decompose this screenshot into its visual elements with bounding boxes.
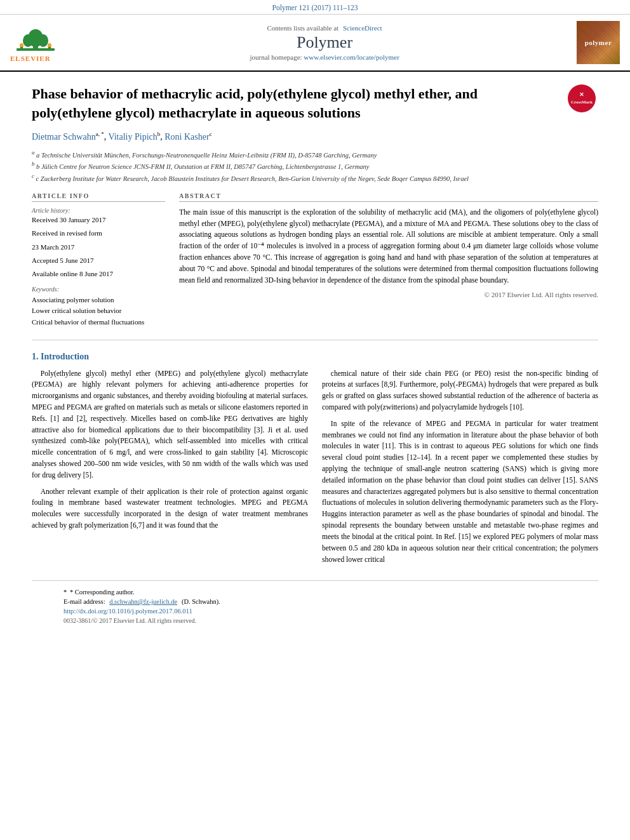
- doi-text: Polymer 121 (2017) 111–123: [272, 4, 358, 11]
- footnote-star-icon: *: [64, 589, 67, 596]
- available-date: Available online 8 June 2017: [32, 269, 165, 279]
- journal-header: ELSEVIER Contents lists available at Sci…: [0, 15, 630, 72]
- footer-doi[interactable]: http://dx.doi.org/10.1016/j.polymer.2017…: [64, 608, 566, 615]
- contents-label: Contents lists available at: [267, 24, 338, 32]
- footer-corresponding-note: * * Corresponding author.: [64, 589, 566, 596]
- footer-email-line: E-mail address: d.schwahn@fz-juelich.de …: [64, 598, 566, 605]
- revised-date: 23 March 2017: [32, 243, 165, 252]
- journal-center: Contents lists available at ScienceDirec…: [80, 24, 569, 61]
- page-footer: * * Corresponding author. E-mail address…: [32, 580, 598, 630]
- introduction-section: 1. Introduction Poly(ethylene glycol) me…: [32, 352, 598, 571]
- sciencedirect-link[interactable]: ScienceDirect: [343, 24, 382, 32]
- accepted-date: Accepted 5 June 2017: [32, 256, 165, 265]
- intro-right-col: chemical nature of their side chain PEG …: [322, 368, 598, 571]
- author-1-sup: a, *: [96, 131, 104, 137]
- crossmark-icon: ✕CrossMark: [571, 91, 593, 105]
- svg-point-3: [38, 34, 48, 47]
- contents-line: Contents lists available at ScienceDirec…: [80, 24, 569, 32]
- svg-point-2: [23, 34, 33, 47]
- article-title-text: Phase behavior of methacrylic acid, poly…: [32, 84, 568, 122]
- corresponding-note-text: * Corresponding author.: [70, 589, 135, 596]
- email-label: E-mail address:: [64, 598, 105, 605]
- author-2[interactable]: Vitaliy Pipich: [108, 132, 157, 142]
- keywords-label: Keywords:: [32, 286, 165, 293]
- article-info-label: ARTICLE INFO: [32, 192, 165, 202]
- elsevier-logo: ELSEVIER: [10, 23, 80, 62]
- journal-name-header: Polymer: [80, 33, 569, 52]
- doi-link[interactable]: http://dx.doi.org/10.1016/j.polymer.2017…: [64, 608, 192, 615]
- author-2-sup: b: [158, 131, 161, 137]
- elsevier-brand-text: ELSEVIER: [10, 55, 51, 62]
- intro-para-1: Poly(ethylene glycol) methyl ether (MPEG…: [32, 368, 308, 481]
- intro-left-col: Poly(ethylene glycol) methyl ether (MPEG…: [32, 368, 308, 571]
- email-name-text: (D. Schwahn).: [182, 598, 220, 605]
- keyword-3: Critical behavior of thermal fluctuation…: [32, 317, 165, 328]
- intro-body-cols: Poly(ethylene glycol) methyl ether (MPEG…: [32, 368, 598, 571]
- affiliations: a a Technische Universität München, Fors…: [32, 149, 598, 183]
- author-1[interactable]: Dietmar Schwahn: [32, 132, 96, 142]
- polymer-logo-box: polymer: [577, 21, 620, 64]
- crossmark-badge: ✕CrossMark: [568, 84, 598, 115]
- elsevier-tree-icon: [10, 23, 61, 53]
- section-heading-1: 1. Introduction: [32, 352, 598, 362]
- crossmark-circle: ✕CrossMark: [568, 84, 596, 112]
- intro-right-para-2: In spite of the relevance of MPEG and PE…: [322, 418, 598, 566]
- section-title-1: Introduction: [41, 352, 89, 361]
- doi-bar: Polymer 121 (2017) 111–123: [0, 0, 630, 15]
- abstract-label: ABSTRACT: [179, 192, 598, 202]
- section-number-1: 1.: [32, 352, 39, 361]
- intro-para-2: Another relevant example of their applic…: [32, 486, 308, 531]
- affiliation-a: a a Technische Universität München, Fors…: [32, 149, 598, 160]
- article-title-row: Phase behavior of methacrylic acid, poly…: [32, 84, 598, 122]
- email-link[interactable]: d.schwahn@fz-juelich.de: [109, 598, 177, 605]
- keyword-2: Lower critical solution behavior: [32, 305, 165, 317]
- page-wrapper: Polymer 121 (2017) 111–123: [0, 0, 630, 643]
- received-date: Received 30 January 2017: [32, 215, 165, 225]
- abstract-copyright: © 2017 Elsevier Ltd. All rights reserved…: [179, 291, 598, 298]
- affiliation-c: c c Zuckerberg Institute for Water Resea…: [32, 172, 598, 183]
- author-3-sup: c: [210, 131, 212, 137]
- intro-right-para-1: chemical nature of their side chain PEG …: [322, 368, 598, 413]
- polymer-logo-text: polymer: [585, 39, 612, 46]
- homepage-url[interactable]: www.elsevier.com/locate/polymer: [304, 53, 399, 61]
- keyword-1: Associating polymer solution: [32, 295, 165, 306]
- author-3[interactable]: Roni Kasher: [164, 132, 209, 142]
- section-divider-1: [32, 340, 598, 340]
- authors-line: Dietmar Schwahna, *, Vitaliy Pipichb, Ro…: [32, 131, 598, 142]
- article-info-col: ARTICLE INFO Article history: Received 3…: [32, 192, 165, 328]
- svg-rect-8: [48, 47, 51, 50]
- svg-rect-7: [20, 47, 23, 50]
- journal-homepage: journal homepage: www.elsevier.com/locat…: [80, 53, 569, 61]
- abstract-text: The main issue of this manuscript is the…: [179, 207, 598, 286]
- history-label: Article history:: [32, 207, 165, 214]
- footer-copyright: 0032-3861/© 2017 Elsevier Ltd. All right…: [64, 617, 566, 624]
- article-info-abstract-row: ARTICLE INFO Article history: Received 3…: [32, 192, 598, 328]
- affiliation-b: b b Jülich Centre for Neutron Science JC…: [32, 160, 598, 171]
- polymer-logo-right: polymer: [569, 21, 620, 64]
- homepage-label: journal homepage:: [250, 53, 302, 61]
- article-content: Phase behavior of methacrylic acid, poly…: [0, 72, 630, 643]
- received-revised-label: Received in revised form: [32, 229, 165, 238]
- abstract-col: ABSTRACT The main issue of this manuscri…: [179, 192, 598, 328]
